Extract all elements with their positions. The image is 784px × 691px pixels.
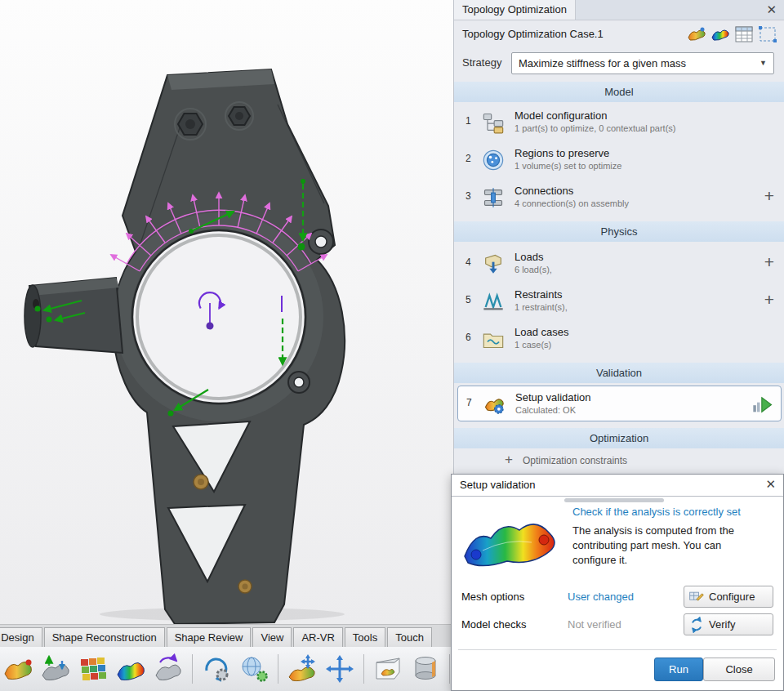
close-icon[interactable]: ✕ [765, 477, 776, 492]
add-restraint-button[interactable]: + [764, 290, 774, 310]
run-button[interactable]: Run [654, 658, 703, 681]
panel-titlebar: Topology Optimization ✕ [454, 0, 784, 20]
item-label: Load cases [514, 326, 569, 338]
item-label: Restraints [514, 288, 563, 301]
scrollbar-thumb[interactable] [564, 498, 664, 502]
analysis-result-thumbnail [458, 506, 566, 579]
item-number: 6 [466, 332, 471, 343]
model-checks-status: Not verified [568, 618, 621, 631]
section-header-validation[interactable]: Validation [454, 363, 784, 383]
close-button[interactable]: Close [703, 658, 775, 681]
case-icon-optimized-shape[interactable] [687, 25, 706, 44]
result-part-icon[interactable] [114, 653, 147, 685]
verify-label: Verify [709, 618, 736, 631]
case-title: Topology Optimization Case.1 [462, 28, 604, 40]
tab-shape-review[interactable]: Shape Review [167, 627, 252, 648]
run-validation-icon[interactable] [751, 393, 774, 416]
optimization-constraints-row[interactable]: + Optimization constraints [454, 451, 784, 470]
strategy-label: Strategy [462, 56, 501, 69]
tab-part-design[interactable]: t Design [0, 627, 42, 648]
item-number: 4 [466, 256, 471, 268]
cylinder-icon[interactable] [409, 653, 442, 685]
tab-ar-vr[interactable]: AR-VR [293, 627, 342, 648]
toolbar-separator [278, 654, 278, 684]
verify-refresh-icon [688, 617, 705, 633]
dialog-divider [458, 649, 777, 650]
panel-item-model-configuration[interactable]: 1 Model configuration 1 part(s) to optim… [454, 104, 784, 141]
load-cases-icon [482, 328, 505, 350]
toolbar-separator [192, 654, 193, 684]
item-number: 3 [466, 190, 471, 202]
toolbar-separator [449, 654, 450, 684]
close-icon[interactable]: ✕ [766, 2, 777, 17]
panel-tab-topology-optimization[interactable]: Topology Optimization [454, 0, 576, 20]
chevron-down-icon: ▼ [760, 53, 767, 74]
item-number: 1 [466, 115, 471, 127]
item-label: Connections [514, 185, 573, 197]
part-steering-knuckle [0, 0, 453, 624]
item-sub: 1 part(s) to optimize, 0 contextual part… [514, 123, 675, 133]
mesh-options-label: Mesh options [461, 591, 524, 603]
dialog-headline: Check if the analysis is correctly set [572, 506, 778, 518]
panel-item-restraints[interactable]: 5 Restraints 1 restraint(s), + [454, 283, 784, 320]
section-header-optimization[interactable]: Optimization [454, 428, 784, 448]
regions-to-preserve-icon [482, 149, 505, 172]
connections-icon [482, 186, 505, 209]
panel-item-connections[interactable]: 3 Connections 4 connection(s) on assembl… [454, 179, 784, 216]
morph-part-icon[interactable] [39, 653, 72, 685]
box-part-icon[interactable] [372, 653, 404, 685]
section-header-model[interactable]: Model [454, 82, 784, 102]
item-sub: 4 connection(s) on assembly [514, 198, 629, 208]
update-gear-icon[interactable] [200, 653, 233, 685]
strategy-dropdown[interactable]: Maximize stiffness for a given mass ▼ [511, 52, 774, 74]
item-label: Regions to preserve [514, 147, 609, 159]
panel-item-loads[interactable]: 4 Loads 6 load(s), + [454, 245, 784, 283]
globe-gear-icon[interactable] [238, 653, 270, 685]
tab-shape-reconstruction[interactable]: Shape Reconstruction [44, 627, 165, 648]
item-number: 7 [466, 397, 472, 408]
item-number: 5 [466, 294, 471, 305]
model-configuration-icon [482, 111, 505, 134]
tab-tools[interactable]: Tools [345, 627, 385, 648]
tab-view[interactable]: View [252, 627, 292, 648]
dialog-title: Setup validation [460, 479, 536, 491]
mesh-options-status[interactable]: User changed [568, 591, 634, 603]
strategy-value: Maximize stiffness for a given mass [519, 57, 686, 69]
case-icon-results[interactable] [710, 25, 730, 44]
panel-item-setup-validation[interactable]: 7 Setup validation Calculated: OK [457, 386, 782, 421]
loads-transfer-icon[interactable] [286, 653, 318, 685]
configure-mesh-icon [688, 589, 705, 605]
tab-touch[interactable]: Touch [387, 627, 432, 648]
add-load-button[interactable]: + [764, 252, 774, 272]
add-connection-button[interactable]: + [764, 186, 774, 206]
loads-icon [482, 252, 505, 275]
toolbar-separator [363, 654, 364, 684]
panel-item-regions-to-preserve[interactable]: 2 Regions to preserve 1 volume(s) set to… [454, 141, 784, 179]
topology-optimization-panel: Topology Optimization ✕ Topology Optimiz… [453, 0, 784, 476]
dialog-body-text: The analysis is computed from the contri… [572, 524, 749, 568]
verify-button[interactable]: Verify [684, 613, 773, 635]
model-checks-label: Model checks [461, 618, 526, 631]
section-header-physics[interactable]: Physics [454, 221, 784, 242]
mesh-colors-icon[interactable] [77, 653, 109, 685]
setup-validation-dialog: Setup validation ✕ Check if the analysis… [451, 474, 784, 691]
optimize-part-icon[interactable] [2, 653, 34, 685]
move-arrows-icon[interactable] [323, 653, 356, 685]
item-sub: 1 restraint(s), [514, 302, 568, 312]
strategy-row: Strategy Maximize stiffness for a given … [454, 49, 784, 77]
case-icon-table[interactable] [734, 25, 754, 44]
3d-viewport[interactable] [0, 0, 453, 624]
item-label: Setup validation [515, 391, 591, 403]
toolbar-icon-bar [0, 647, 453, 691]
smooth-part-icon[interactable] [152, 653, 185, 685]
case-icon-selection[interactable] [758, 25, 777, 44]
configure-button[interactable]: Configure [684, 586, 773, 608]
item-sub: 6 load(s), [514, 265, 552, 274]
constraints-label: Optimization constraints [523, 455, 627, 466]
add-constraint-icon[interactable]: + [505, 452, 513, 468]
case-row: Topology Optimization Case.1 [454, 20, 784, 49]
item-label: Loads [514, 251, 543, 263]
dialog-titlebar: Setup validation ✕ [452, 475, 783, 497]
panel-item-load-cases[interactable]: 6 Load cases 1 case(s) [454, 320, 784, 358]
restraints-icon [482, 290, 505, 313]
